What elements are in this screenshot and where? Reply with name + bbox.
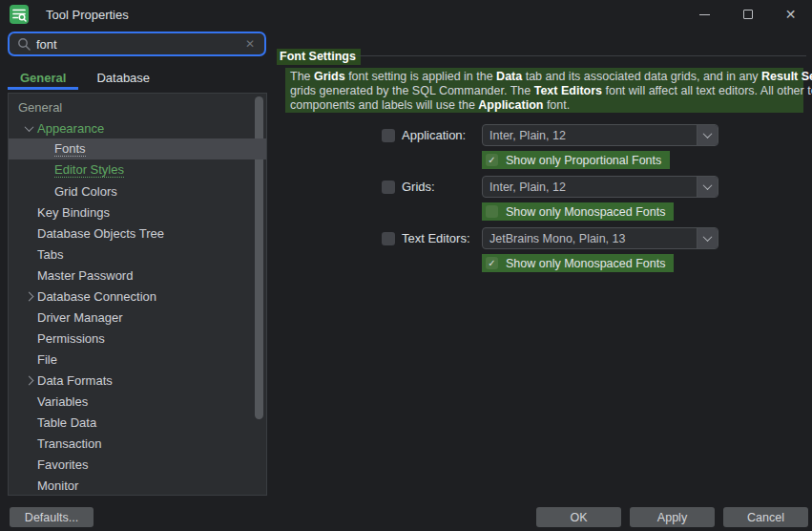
- tree-item-label: File: [37, 352, 57, 367]
- tree-item-monitor[interactable]: Monitor: [9, 475, 266, 496]
- tree-item-file[interactable]: File: [9, 349, 266, 370]
- checkbox-label: Show only Proportional Fonts: [506, 154, 661, 167]
- font-row-text-editors: Text Editors:JetBrains Mono, Plain, 13: [382, 227, 482, 249]
- tree-item-label: Data Formats: [37, 373, 113, 388]
- tree-item-driver-manager[interactable]: Driver Manager: [9, 307, 266, 328]
- tree-item-key-bindings[interactable]: Key Bindings: [9, 202, 266, 223]
- checkbox-label: Show only Monospaced Fonts: [506, 257, 665, 270]
- grids-font-combobox[interactable]: Inter, Plain, 12: [482, 176, 718, 198]
- combobox-value: Inter, Plain, 12: [483, 129, 697, 142]
- tree-item-label: Driver Manager: [37, 310, 123, 325]
- section-separator: [356, 55, 806, 56]
- tree-item-label: Table Data: [37, 415, 96, 430]
- grids-override-checkbox[interactable]: [382, 181, 395, 194]
- combobox-dropdown-button[interactable]: [697, 177, 718, 197]
- tree-item-label: Database Connection: [37, 289, 156, 304]
- tree-item-label: Master Password: [37, 268, 133, 283]
- description-line: grids generated by the SQL Commander. Th…: [290, 84, 799, 98]
- app-icon: [10, 5, 29, 24]
- tree-item-variables[interactable]: Variables: [9, 391, 266, 412]
- tree-item-permissions[interactable]: Permissions: [9, 328, 266, 349]
- tree-item-label: General: [18, 100, 62, 115]
- tree-item-label: Fonts: [54, 141, 86, 157]
- close-button[interactable]: ✕: [769, 0, 812, 29]
- chevron-down-icon: [703, 181, 713, 190]
- font-row-grids: Grids:Inter, Plain, 12: [382, 176, 482, 198]
- tree-item-label: Monitor: [37, 478, 78, 493]
- apply-button[interactable]: Apply: [630, 507, 715, 527]
- tree-item-label: Key Bindings: [37, 205, 110, 220]
- cancel-button[interactable]: Cancel: [723, 507, 808, 527]
- show-only-monospaced-fonts-checkbox[interactable]: [486, 205, 498, 218]
- combobox-value: Inter, Plain, 12: [483, 181, 697, 194]
- tree-item-label: Appearance: [37, 121, 104, 136]
- clear-search-icon[interactable]: ✕: [243, 37, 257, 51]
- chevron-down-icon: [703, 232, 713, 242]
- tree-item-label: Transaction: [37, 436, 101, 451]
- description-line: The Grids font setting is applied in the…: [290, 70, 799, 84]
- tab-bar: GeneralDatabase: [8, 68, 162, 90]
- close-icon: ✕: [785, 8, 797, 21]
- checkbox-label: Show only Monospaced Fonts: [506, 205, 665, 219]
- combobox-dropdown-button[interactable]: [697, 228, 718, 248]
- field-label: Application:: [402, 128, 482, 142]
- defaults-button[interactable]: Defaults...: [10, 507, 94, 527]
- tree-item-transaction[interactable]: Transaction: [9, 433, 266, 454]
- search-value: font: [36, 37, 243, 52]
- combobox-dropdown-button[interactable]: [697, 125, 718, 145]
- application-font-combobox[interactable]: Inter, Plain, 12: [482, 124, 718, 146]
- text-editors-font-combobox[interactable]: JetBrains Mono, Plain, 13: [482, 227, 718, 249]
- maximize-icon: [743, 10, 753, 19]
- show-only-monospaced-fonts-row: Show only Monospaced Fonts: [482, 202, 674, 221]
- tool-properties-dialog: Tool Properties ✕ font ✕ GeneralDatabase…: [0, 0, 812, 531]
- tree-item-label: Database Objects Tree: [37, 226, 164, 241]
- chevron-down-icon: [703, 129, 713, 138]
- settings-tree: GeneralAppearanceFontsEditor StylesGrid …: [8, 93, 267, 496]
- tree-item-label: Grid Colors: [54, 184, 117, 199]
- field-label: Text Editors:: [402, 231, 482, 245]
- tree-item-label: Permissions: [37, 331, 105, 346]
- application-override-checkbox[interactable]: [382, 129, 395, 142]
- tree-item-database-connection[interactable]: Database Connection: [9, 286, 266, 307]
- show-only-proportional-fonts-row: ✓Show only Proportional Fonts: [482, 151, 670, 169]
- tree-item-favorites[interactable]: Favorites: [9, 454, 266, 475]
- search-input[interactable]: font ✕: [8, 32, 266, 56]
- chevron-down-icon[interactable]: [24, 122, 33, 132]
- tree-item-general[interactable]: General: [9, 96, 266, 117]
- tree-item-grid-colors[interactable]: Grid Colors: [9, 181, 266, 202]
- tree-item-label: Editor Styles: [54, 162, 124, 178]
- text-editors-override-checkbox[interactable]: [382, 232, 395, 245]
- tree-item-editor-styles[interactable]: Editor Styles: [9, 159, 266, 181]
- show-only-proportional-fonts-checkbox[interactable]: ✓: [486, 154, 498, 166]
- font-row-application: Application:Inter, Plain, 12: [382, 124, 482, 146]
- description-line: components and labels will use the Appli…: [290, 98, 799, 113]
- tree-item-label: Variables: [37, 394, 88, 409]
- minimize-button[interactable]: [683, 0, 726, 29]
- section-title: Font Settings: [277, 49, 361, 65]
- tab-general[interactable]: General: [8, 68, 78, 90]
- tree-item-database-objects-tree[interactable]: Database Objects Tree: [9, 223, 266, 244]
- ok-button[interactable]: OK: [536, 507, 621, 527]
- field-label: Grids:: [402, 180, 482, 194]
- titlebar: Tool Properties ✕: [0, 0, 812, 29]
- tree-item-table-data[interactable]: Table Data: [9, 412, 266, 433]
- chevron-right-icon[interactable]: [24, 375, 33, 385]
- search-icon: [17, 37, 31, 51]
- tab-database[interactable]: Database: [84, 68, 162, 90]
- tree-item-tabs[interactable]: Tabs: [9, 244, 266, 265]
- show-only-monospaced-fonts-checkbox[interactable]: ✓: [486, 257, 498, 269]
- tree-item-label: Tabs: [37, 247, 63, 262]
- tree-item-fonts[interactable]: Fonts: [9, 138, 266, 159]
- show-only-monospaced-fonts-row: ✓Show only Monospaced Fonts: [482, 254, 674, 272]
- font-settings-description: The Grids font setting is applied in the…: [285, 68, 803, 113]
- combobox-value: JetBrains Mono, Plain, 13: [483, 232, 697, 245]
- tree-item-appearance[interactable]: Appearance: [9, 117, 266, 138]
- chevron-right-icon[interactable]: [24, 291, 33, 301]
- maximize-button[interactable]: [726, 0, 769, 29]
- tree-item-data-formats[interactable]: Data Formats: [9, 370, 266, 391]
- minimize-icon: [699, 14, 710, 15]
- tree-item-label: Favorites: [37, 457, 88, 472]
- window-title: Tool Properties: [46, 8, 129, 22]
- tree-item-master-password[interactable]: Master Password: [9, 265, 266, 286]
